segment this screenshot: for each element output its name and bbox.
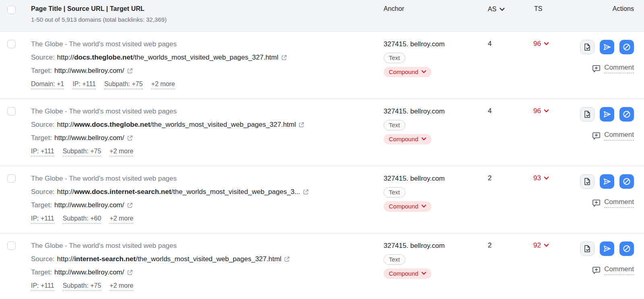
external-link-icon[interactable] [127,269,133,276]
source-label: Source: [31,255,55,264]
column-header-ts: TS [534,5,543,12]
source-url-line: Source: http://internet-search.net/the_w… [31,255,384,264]
source-url: http://docs.theglobe.net/the_worlds_most… [57,53,279,62]
target-label: Target: [31,201,52,210]
table-header: Page Title | Source URL | Target URL 1-5… [0,0,644,32]
comment-plus-icon [592,64,601,73]
report-button[interactable] [580,40,594,54]
source-url: http://internet-search.net/the_worlds_mo… [57,255,282,264]
link-attribute-badge[interactable]: Compound [384,201,431,212]
chevron-down-icon [421,70,426,74]
report-button[interactable] [580,241,594,256]
chevron-down-icon [544,42,549,46]
link-attribute-badge[interactable]: Compound [384,134,431,144]
filter-tag[interactable]: +2 more [109,215,133,224]
link-attribute-badge[interactable]: Compound [384,268,431,279]
filter-tag[interactable]: IP: +111 [31,282,54,291]
chevron-down-icon [544,109,549,113]
filter-tag[interactable]: +2 more [109,282,133,291]
ts-value[interactable]: 92 [533,241,549,250]
tag-list: IP: +111Subpath: +60+2 more [31,215,384,224]
external-link-icon[interactable] [281,54,287,61]
link-attribute-badge[interactable]: Compound [384,67,431,77]
row-checkbox[interactable] [7,241,16,250]
target-url-line: Target: http://www.bellroy.com/ [31,268,384,277]
document-check-icon [583,43,592,52]
external-link-icon[interactable] [127,68,133,74]
as-value: 4 [488,107,491,115]
page-title: The Globe - The world's most visited web… [31,107,384,116]
disavow-button[interactable] [619,107,634,122]
target-url: http://www.bellroy.com/ [54,201,124,210]
target-url: http://www.bellroy.com/ [54,66,124,75]
external-link-icon[interactable] [127,202,133,208]
report-button[interactable] [580,107,594,122]
send-outreach-button[interactable] [600,107,614,122]
page-title: The Globe - The world's most visited web… [31,174,384,183]
report-button[interactable] [580,174,594,189]
external-link-icon[interactable] [127,135,133,141]
filter-tag[interactable]: IP: +111 [31,215,54,224]
tag-list: Domain: +1IP: +111Subpath: +75+2 more [31,80,384,89]
comment-plus-icon [592,198,601,208]
filter-tag[interactable]: +2 more [109,148,133,157]
paper-plane-icon [603,43,611,52]
chevron-down-icon [544,176,549,180]
external-link-icon[interactable] [284,256,290,262]
document-check-icon [583,244,592,253]
anchor-type-badge: Text [384,120,405,130]
column-header-as-sort[interactable]: AS [488,6,505,13]
filter-tag[interactable]: Subpath: +75 [63,148,101,157]
target-url-line: Target: http://www.bellroy.com/ [31,201,384,210]
filter-tag[interactable]: IP: +111 [31,148,54,157]
filter-tag[interactable]: Subpath: +75 [104,80,143,89]
send-outreach-button[interactable] [600,174,614,189]
column-header-page-title: Page Title | Source URL | Target URL [31,5,384,12]
select-all-checkbox[interactable] [7,6,16,14]
filter-tag[interactable]: IP: +111 [72,80,96,89]
table-row: The Globe - The world's most visited web… [0,99,644,166]
ts-value[interactable]: 96 [533,107,549,115]
disavow-button[interactable] [619,40,634,54]
chevron-down-icon [544,243,549,247]
paper-plane-icon [603,110,611,119]
disavow-button[interactable] [619,174,634,189]
source-url-line: Source: http://docs.theglobe.net/the_wor… [31,53,384,62]
filter-tag[interactable]: Domain: +1 [31,80,64,89]
filter-tag[interactable]: Subpath: +75 [63,282,101,291]
source-label: Source: [31,53,55,62]
row-checkbox[interactable] [7,174,16,183]
disavow-button[interactable] [619,241,634,256]
chevron-down-icon [421,204,426,208]
document-check-icon [583,177,592,186]
anchor-text: 327415. bellroy.com [384,107,481,116]
send-outreach-button[interactable] [600,241,614,256]
paper-plane-icon [603,244,611,253]
send-outreach-button[interactable] [600,40,614,54]
target-label: Target: [31,66,52,75]
ts-value[interactable]: 96 [533,40,549,48]
block-icon [622,110,631,119]
source-label: Source: [31,120,55,129]
ts-value[interactable]: 93 [533,174,549,182]
comment-label: Comment [604,64,634,73]
comment-button[interactable]: Comment [568,265,634,275]
external-link-icon[interactable] [298,122,305,128]
tag-list: IP: +111Subpath: +75+2 more [31,282,384,291]
comment-button[interactable]: Comment [568,198,634,208]
table-row: The Globe - The world's most visited web… [0,32,644,99]
row-checkbox[interactable] [7,40,16,48]
target-label: Target: [31,268,52,277]
filter-tag[interactable]: +2 more [151,80,175,89]
row-checkbox[interactable] [7,107,16,115]
comment-button[interactable]: Comment [568,64,634,73]
filter-tag[interactable]: Subpath: +60 [63,215,101,224]
anchor-type-badge: Text [384,254,405,265]
comment-label: Comment [604,198,634,208]
tag-list: IP: +111Subpath: +75+2 more [31,148,384,157]
external-link-icon[interactable] [303,189,309,195]
anchor-type-badge: Text [384,53,405,63]
block-icon [622,43,631,52]
comment-button[interactable]: Comment [568,131,634,140]
source-label: Source: [31,188,55,196]
